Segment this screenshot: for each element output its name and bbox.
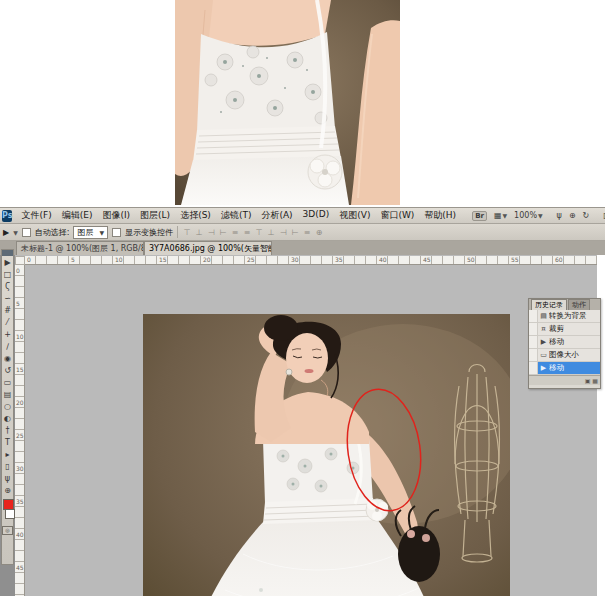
- clone-stamp-tool[interactable]: ◉: [2, 352, 13, 364]
- move-tool[interactable]: ▶: [2, 256, 13, 268]
- history-brush-tool[interactable]: ↺: [2, 364, 13, 376]
- v-ruler-label: 10: [16, 333, 24, 340]
- menu-item-4[interactable]: 选择(S): [175, 208, 216, 223]
- canvas-image-bride-photo[interactable]: [143, 314, 510, 596]
- menu-item-9[interactable]: 窗口(W): [375, 208, 419, 223]
- type-tool[interactable]: T: [2, 436, 13, 448]
- menu-item-8[interactable]: 视图(V): [334, 208, 375, 223]
- auto-select-dropdown[interactable]: 图层▼: [73, 226, 108, 239]
- convert-state-icon: ▤: [538, 312, 549, 320]
- menu-item-10[interactable]: 帮助(H): [419, 208, 461, 223]
- vertical-ruler[interactable]: 051015202530354045: [15, 265, 25, 596]
- new-snapshot-icon[interactable]: ▣: [585, 377, 591, 385]
- menu-item-7[interactable]: 3D(D): [298, 208, 335, 223]
- document-tab-bar: 未标题-1 @ 100%(图层 1, RGB/8)*× 3Y7A0686.jpg…: [0, 241, 605, 255]
- path-selection-tool[interactable]: ▸: [2, 448, 13, 460]
- align-icon-1[interactable]: ⊥: [194, 228, 204, 237]
- history-state-0[interactable]: ▤转换为背景: [529, 310, 600, 323]
- bridge-button[interactable]: Br: [469, 211, 490, 221]
- show-transform-checkbox[interactable]: [112, 228, 121, 237]
- delete-state-icon[interactable]: ▦: [592, 377, 598, 385]
- menu-item-1[interactable]: 编辑(E): [57, 208, 98, 223]
- menu-item-3[interactable]: 图层(L): [135, 208, 175, 223]
- align-icon-4[interactable]: ≡: [230, 228, 240, 237]
- menu-item-2[interactable]: 图像(I): [97, 208, 135, 223]
- lasso-tool[interactable]: Ϛ: [2, 280, 13, 292]
- marquee-tool[interactable]: □: [2, 268, 13, 280]
- tool-preset-caret[interactable]: ▼: [13, 229, 18, 236]
- v-ruler-label: 5: [16, 300, 20, 307]
- quick-selection-tool[interactable]: ∽: [2, 292, 13, 304]
- reference-image-dress-closeup: [175, 0, 400, 205]
- align-icon-9[interactable]: ⊢: [290, 228, 300, 237]
- align-icon-3[interactable]: ⊢: [218, 228, 228, 237]
- menu-bar: Ps 文件(F)编辑(E)图像(I)图层(L)选择(S)滤镜(T)分析(A)3D…: [0, 208, 605, 224]
- history-panel-tab-1[interactable]: 动作: [568, 299, 590, 310]
- ruler-corner[interactable]: [15, 256, 25, 265]
- document-tab-untitled[interactable]: 未标题-1 @ 100%(图层 1, RGB/8)*×: [16, 241, 144, 255]
- h-ruler-label: 25: [247, 256, 255, 263]
- history-source-checkbox[interactable]: [529, 362, 538, 374]
- history-source-checkbox[interactable]: [529, 310, 538, 322]
- pen-tool[interactable]: †: [2, 424, 13, 436]
- history-state-label: 图像大小: [549, 350, 600, 360]
- rotate-view-icon[interactable]: ↻: [580, 211, 593, 220]
- view-extras-button[interactable]: ▥▼: [600, 211, 605, 220]
- history-source-checkbox[interactable]: [529, 323, 538, 335]
- shape-tool[interactable]: ▯: [2, 460, 13, 472]
- h-ruler-label: 5: [71, 256, 75, 263]
- horizontal-ruler[interactable]: 051015202530354045505560: [25, 256, 597, 265]
- h-ruler-label: 0: [27, 256, 31, 263]
- zoom-tool-icon[interactable]: ⊕: [566, 211, 579, 220]
- menu-item-0[interactable]: 文件(F): [16, 208, 56, 223]
- align-icon-8[interactable]: ⊣: [278, 228, 288, 237]
- photoshop-logo-icon[interactable]: Ps: [2, 210, 12, 222]
- blur-tool[interactable]: ○: [2, 400, 13, 412]
- gradient-tool[interactable]: ▤: [2, 388, 13, 400]
- image-size-state-icon: ▭: [538, 351, 549, 359]
- history-state-4[interactable]: ▶移动: [529, 362, 600, 375]
- hand-tool[interactable]: ψ: [2, 472, 13, 484]
- document-tab-3y7a0686[interactable]: 3Y7A0686.jpg @ 100%(矢量智能对象, RGB/8)*×: [144, 241, 272, 255]
- move-state-icon: ▶: [538, 364, 549, 372]
- align-icon-0[interactable]: ⊤: [182, 228, 192, 237]
- history-source-checkbox[interactable]: [529, 336, 538, 348]
- history-source-checkbox[interactable]: [529, 349, 538, 361]
- hand-tool-icon[interactable]: ψ: [554, 211, 565, 220]
- workspace: ▶□Ϛ∽#⁄+∕◉↺▭▤○◐†T▸▯ψ⊕ ◎ 05101520253035404…: [0, 255, 605, 596]
- menu-item-6[interactable]: 分析(A): [256, 208, 297, 223]
- align-icon-2[interactable]: ⊣: [206, 228, 216, 237]
- healing-brush-tool[interactable]: +: [2, 328, 13, 340]
- align-icon-11[interactable]: ⊕: [314, 228, 324, 237]
- menu-item-5[interactable]: 滤镜(T): [216, 208, 257, 223]
- auto-select-checkbox[interactable]: [22, 228, 31, 237]
- eraser-tool[interactable]: ▭: [2, 376, 13, 388]
- background-color-swatch[interactable]: [5, 509, 15, 519]
- menu-items: 文件(F)编辑(E)图像(I)图层(L)选择(S)滤镜(T)分析(A)3D(D)…: [16, 208, 461, 223]
- zoom-level-dropdown[interactable]: 100%▼: [511, 211, 546, 220]
- divider: [177, 226, 178, 238]
- v-ruler-label: 35: [16, 498, 24, 505]
- history-items: ▤转换为背景¤裁剪▶移动▭图像大小▶移动: [529, 310, 600, 375]
- h-ruler-label: 60: [555, 256, 563, 263]
- quick-mask-button[interactable]: ◎: [2, 526, 13, 535]
- align-distribute-icons: ⊤⊥⊣⊢≡≡⊤⊥⊣⊢≡⊕: [182, 228, 324, 237]
- history-state-1[interactable]: ¤裁剪: [529, 323, 600, 336]
- show-transform-label: 显示变换控件: [125, 227, 173, 238]
- auto-select-label: 自动选择:: [35, 227, 70, 238]
- history-state-3[interactable]: ▭图像大小: [529, 349, 600, 362]
- align-icon-10[interactable]: ≡: [302, 228, 312, 237]
- history-state-2[interactable]: ▶移动: [529, 336, 600, 349]
- v-ruler-label: 30: [16, 465, 24, 472]
- v-ruler-label: 20: [16, 399, 24, 406]
- history-panel-tab-0[interactable]: 历史记录: [531, 299, 567, 310]
- crop-tool[interactable]: #: [2, 304, 13, 316]
- align-icon-5[interactable]: ≡: [242, 228, 252, 237]
- align-icon-7[interactable]: ⊥: [266, 228, 276, 237]
- zoom-tool[interactable]: ⊕: [2, 484, 13, 496]
- arrange-documents-button[interactable]: ▦▼: [491, 211, 510, 220]
- align-icon-6[interactable]: ⊤: [254, 228, 264, 237]
- brush-tool[interactable]: ∕: [2, 340, 13, 352]
- eyedropper-tool[interactable]: ⁄: [2, 316, 13, 328]
- dodge-tool[interactable]: ◐: [2, 412, 13, 424]
